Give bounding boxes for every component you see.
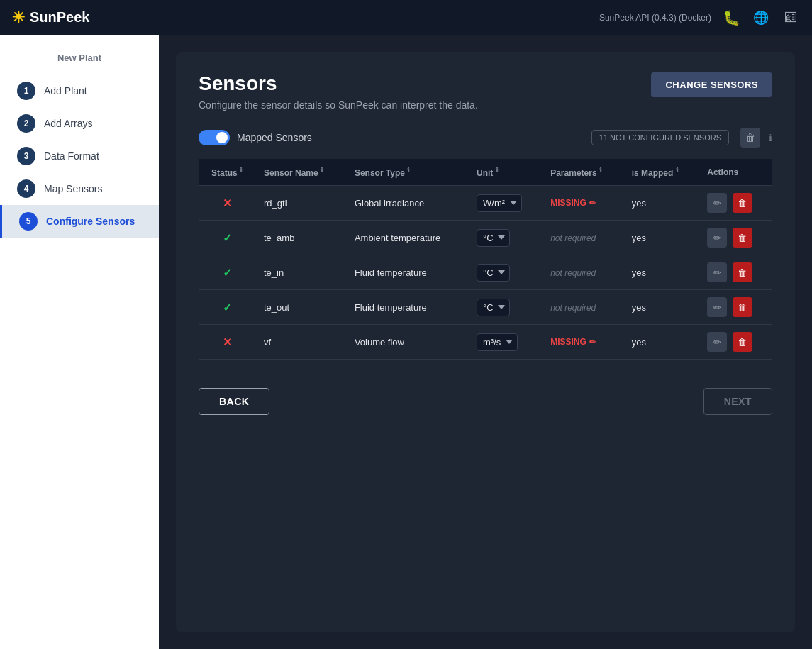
step-badge-4: 4: [17, 179, 35, 198]
unit-select-1[interactable]: °C: [477, 229, 510, 247]
sidebar-title: New Plant: [0, 52, 159, 74]
table-row: ✓te_ambAmbient temperature°Cnot required…: [199, 221, 772, 255]
cell-parameters-3: not required: [542, 290, 623, 325]
missing-edit-icon-0[interactable]: ✏: [589, 199, 596, 208]
sidebar-label-add-arrays: Add Arrays: [44, 118, 92, 129]
delete-button-4[interactable]: 🗑: [733, 332, 752, 352]
sidebar-item-data-format[interactable]: 3 Data Format: [0, 140, 159, 172]
cell-is-mapped-0: yes: [623, 186, 699, 221]
cell-sensor-type-1: Ambient temperature: [346, 221, 468, 255]
next-button[interactable]: NEXT: [703, 388, 772, 415]
info-sensor-name[interactable]: ℹ: [321, 166, 323, 174]
info-is-mapped[interactable]: ℹ: [676, 166, 679, 174]
status-x-icon: ✕: [223, 336, 232, 348]
cell-sensor-type-4: Volume flow: [346, 325, 468, 360]
table-header-row: Status ℹ Sensor Name ℹ Sensor Type ℹ Uni…: [199, 159, 772, 186]
sidebar-item-add-plant[interactable]: 1 Add Plant: [0, 74, 159, 107]
sidebar-item-map-sensors[interactable]: 4 Map Sensors: [0, 172, 159, 205]
missing-edit-icon-4[interactable]: ✏: [589, 338, 596, 347]
delete-button-2[interactable]: 🗑: [733, 262, 752, 282]
sensor-table: Status ℹ Sensor Name ℹ Sensor Type ℹ Uni…: [199, 159, 772, 360]
brand-logo: ☀ SunPeek: [11, 9, 89, 27]
cell-unit-4[interactable]: m³/s: [468, 325, 542, 360]
cell-actions-1: ✏ 🗑: [699, 221, 772, 255]
table-row: ✓te_outFluid temperature°Cnot requiredye…: [199, 290, 772, 325]
info-status[interactable]: ℹ: [240, 166, 243, 174]
edit-button-2[interactable]: ✏: [707, 262, 727, 282]
cell-actions-3: ✏ 🗑: [699, 290, 772, 325]
layout: New Plant 1 Add Plant 2 Add Arrays 3 Dat…: [0, 35, 812, 649]
col-parameters: Parameters ℹ: [542, 159, 623, 186]
toggle-row: Mapped Sensors: [199, 130, 312, 145]
sidebar-item-configure-sensors[interactable]: 5 Configure Sensors: [0, 205, 159, 238]
bug-icon[interactable]: 🐛: [721, 8, 741, 28]
delete-button-0[interactable]: 🗑: [733, 193, 752, 213]
footer-buttons: BACK NEXT: [199, 377, 772, 415]
trash-icon[interactable]: 🗑: [740, 128, 760, 148]
unit-select-0[interactable]: W/m²: [477, 194, 522, 212]
nav-right: SunPeek API (0.4.3) (Docker) 🐛 🌐 🗟: [599, 8, 801, 28]
delete-button-3[interactable]: 🗑: [733, 297, 752, 317]
table-row: ✕rd_gtiGlobal irradianceW/m²MISSING ✏yes…: [199, 186, 772, 221]
unit-select-3[interactable]: °C: [477, 299, 510, 316]
col-status: Status ℹ: [199, 159, 255, 186]
sidebar-item-add-arrays[interactable]: 2 Add Arrays: [0, 107, 159, 140]
col-unit: Unit ℹ: [468, 159, 542, 186]
edit-button-1[interactable]: ✏: [707, 228, 727, 248]
info-icon-toolbar[interactable]: ℹ: [769, 133, 772, 143]
status-check-icon: ✓: [223, 267, 232, 279]
not-configured-badge: 11 NOT CONFIGURED SENSORS: [591, 130, 729, 145]
missing-badge-4: MISSING ✏: [550, 337, 614, 347]
edit-button-4[interactable]: ✏: [707, 332, 727, 352]
edit-button-0[interactable]: ✏: [707, 193, 727, 213]
toggle-label: Mapped Sensors: [237, 132, 312, 143]
change-sensors-button[interactable]: CHANGE SENSORS: [651, 72, 772, 97]
cell-parameters-2: not required: [542, 255, 623, 290]
sidebar-label-add-plant: Add Plant: [44, 85, 87, 96]
cell-actions-0: ✏ 🗑: [699, 186, 772, 221]
cell-status-3: ✓: [199, 290, 255, 325]
cell-unit-3[interactable]: °C: [468, 290, 542, 325]
cell-sensor-type-3: Fluid temperature: [346, 290, 468, 325]
col-sensor-type: Sensor Type ℹ: [346, 159, 468, 186]
sun-icon: ☀: [11, 9, 26, 27]
back-button[interactable]: BACK: [199, 388, 269, 415]
unit-select-2[interactable]: °C: [477, 264, 510, 282]
info-unit[interactable]: ℹ: [496, 166, 499, 174]
cell-parameters-1: not required: [542, 221, 623, 255]
not-required-1: not required: [550, 233, 596, 243]
delete-button-1[interactable]: 🗑: [733, 228, 752, 248]
sidebar: New Plant 1 Add Plant 2 Add Arrays 3 Dat…: [0, 35, 159, 649]
cell-parameters-0: MISSING ✏: [542, 186, 623, 221]
info-parameters[interactable]: ℹ: [599, 166, 602, 174]
status-x-icon: ✕: [223, 197, 232, 209]
step-badge-2: 2: [17, 114, 35, 133]
cell-is-mapped-3: yes: [623, 290, 699, 325]
info-sensor-type[interactable]: ℹ: [407, 166, 410, 174]
cell-status-0: ✕: [199, 186, 255, 221]
cell-is-mapped-4: yes: [623, 325, 699, 360]
cell-unit-2[interactable]: °C: [468, 255, 542, 290]
mapped-sensors-toggle[interactable]: [199, 130, 230, 145]
sidebar-label-data-format: Data Format: [44, 150, 99, 162]
cell-unit-1[interactable]: °C: [468, 221, 542, 255]
unit-select-4[interactable]: m³/s: [477, 333, 518, 351]
step-badge-3: 3: [17, 147, 35, 165]
cell-status-4: ✕: [199, 325, 255, 360]
step-badge-5: 5: [19, 212, 38, 231]
missing-badge-0: MISSING ✏: [550, 198, 614, 208]
status-check-icon: ✓: [223, 301, 232, 314]
cell-sensor-type-0: Global irradiance: [346, 186, 468, 221]
sidebar-label-configure-sensors: Configure Sensors: [46, 216, 135, 227]
cell-unit-0[interactable]: W/m²: [468, 186, 542, 221]
cell-sensor-name-4: vf: [255, 325, 346, 360]
not-required-3: not required: [550, 303, 596, 313]
help-icon[interactable]: 🗟: [781, 8, 801, 28]
edit-button-3[interactable]: ✏: [707, 297, 727, 317]
status-check-icon: ✓: [223, 232, 232, 244]
brand-name: SunPeek: [30, 9, 89, 26]
cell-status-1: ✓: [199, 221, 255, 255]
globe-icon[interactable]: 🌐: [751, 8, 771, 28]
main-content: Sensors Configure the sensor details so …: [159, 35, 812, 649]
step-badge-1: 1: [17, 82, 35, 100]
